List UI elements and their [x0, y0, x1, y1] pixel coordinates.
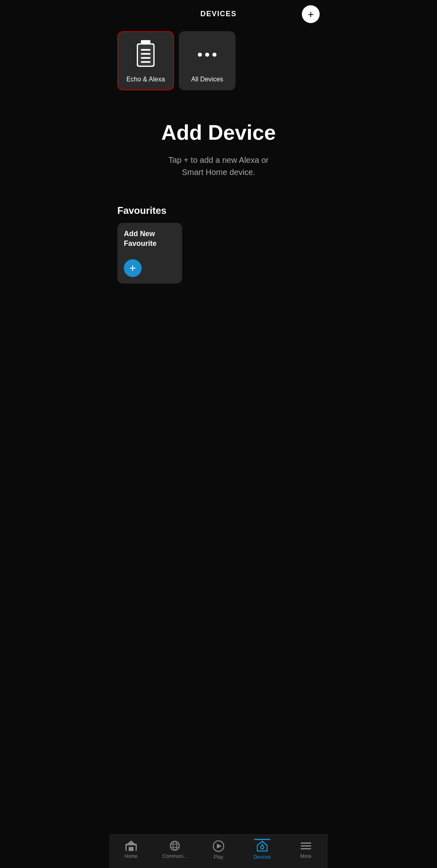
add-favourite-plus-icon: + [129, 262, 136, 274]
svg-rect-0 [141, 40, 151, 43]
add-favourite-label: Add New Favourite [124, 229, 176, 248]
all-devices-icon-area [191, 38, 223, 71]
echo-icon-area [129, 38, 162, 71]
header: DEVICES + [109, 0, 328, 25]
page-title: DEVICES [200, 10, 237, 18]
echo-alexa-card[interactable]: Echo & Alexa [117, 31, 174, 90]
dots-icon [198, 53, 216, 57]
add-favourite-icon: + [124, 259, 142, 277]
dot-3 [212, 53, 216, 57]
device-categories: Echo & Alexa All Devices [109, 25, 328, 97]
add-device-title: Add Device [161, 121, 276, 144]
favourites-heading: Favourites [117, 205, 320, 216]
favourites-section: Favourites Add New Favourite + [109, 198, 328, 292]
add-device-button[interactable]: + [302, 5, 320, 23]
svg-rect-6 [141, 61, 151, 63]
dot-1 [198, 53, 202, 57]
add-device-section: Add Device Tap + to add a new Alexa or S… [109, 97, 328, 198]
echo-alexa-label: Echo & Alexa [126, 76, 165, 83]
svg-rect-3 [141, 49, 151, 51]
all-devices-card[interactable]: All Devices [179, 31, 235, 90]
echo-device-icon [134, 40, 158, 69]
plus-icon: + [308, 9, 314, 19]
all-devices-label: All Devices [191, 76, 223, 83]
svg-rect-5 [141, 57, 151, 59]
svg-rect-4 [141, 53, 151, 55]
add-device-subtitle: Tap + to add a new Alexa or Smart Home d… [162, 154, 275, 178]
add-favourite-card[interactable]: Add New Favourite + [117, 223, 182, 284]
dot-2 [205, 53, 209, 57]
